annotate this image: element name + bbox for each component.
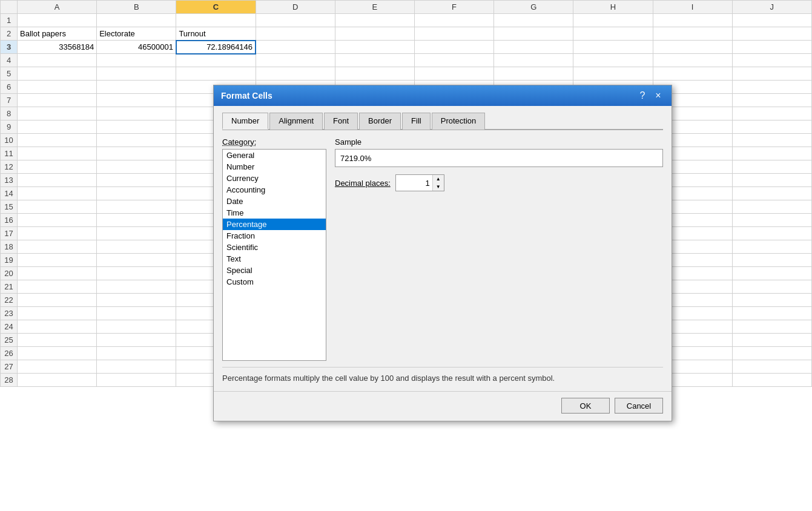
grid-cell[interactable] bbox=[573, 67, 653, 81]
grid-cell[interactable] bbox=[732, 160, 811, 174]
col-header-i[interactable]: I bbox=[653, 1, 732, 14]
grid-cell[interactable] bbox=[97, 107, 176, 120]
category-item-accounting[interactable]: Accounting bbox=[223, 184, 326, 196]
grid-cell[interactable] bbox=[18, 360, 97, 374]
grid-cell[interactable] bbox=[414, 67, 493, 81]
grid-cell[interactable] bbox=[732, 254, 811, 267]
grid-cell[interactable] bbox=[97, 294, 176, 307]
grid-cell[interactable] bbox=[18, 254, 97, 267]
grid-cell[interactable] bbox=[573, 41, 653, 54]
col-header-c[interactable]: C bbox=[176, 1, 256, 14]
grid-cell[interactable]: 33568184 bbox=[18, 41, 97, 54]
category-item-general[interactable]: General bbox=[223, 150, 326, 161]
help-button[interactable]: ? bbox=[636, 90, 649, 102]
grid-cell[interactable] bbox=[97, 134, 176, 147]
category-item-custom[interactable]: Custom bbox=[223, 276, 326, 288]
decimal-input[interactable] bbox=[396, 175, 432, 191]
grid-cell[interactable] bbox=[97, 240, 176, 254]
grid-cell[interactable] bbox=[573, 27, 653, 41]
grid-cell[interactable] bbox=[18, 320, 97, 334]
ok-button[interactable]: OK bbox=[561, 398, 610, 414]
grid-cell[interactable] bbox=[494, 41, 573, 54]
grid-cell[interactable] bbox=[18, 227, 97, 240]
grid-cell[interactable] bbox=[732, 107, 811, 120]
grid-cell[interactable] bbox=[732, 360, 811, 374]
grid-cell[interactable] bbox=[256, 67, 335, 81]
grid-cell[interactable] bbox=[653, 14, 732, 27]
grid-cell[interactable] bbox=[18, 374, 97, 387]
grid-cell[interactable] bbox=[18, 187, 97, 200]
grid-cell[interactable] bbox=[335, 14, 414, 27]
grid-cell[interactable] bbox=[97, 187, 176, 200]
grid-cell[interactable] bbox=[18, 334, 97, 347]
grid-cell[interactable] bbox=[494, 27, 573, 41]
grid-cell[interactable] bbox=[732, 294, 811, 307]
col-header-g[interactable]: G bbox=[494, 1, 573, 14]
grid-cell[interactable] bbox=[414, 14, 493, 27]
grid-cell[interactable] bbox=[573, 14, 653, 27]
category-item-time[interactable]: Time bbox=[223, 207, 326, 219]
grid-cell[interactable] bbox=[18, 107, 97, 120]
category-item-text[interactable]: Text bbox=[223, 253, 326, 265]
cancel-button[interactable]: Cancel bbox=[615, 398, 663, 414]
grid-cell[interactable] bbox=[732, 307, 811, 320]
grid-cell[interactable] bbox=[494, 67, 573, 81]
col-header-d[interactable]: D bbox=[256, 1, 335, 14]
category-item-fraction[interactable]: Fraction bbox=[223, 230, 326, 242]
grid-cell[interactable] bbox=[732, 41, 811, 54]
grid-cell[interactable] bbox=[18, 94, 97, 107]
grid-cell[interactable] bbox=[18, 147, 97, 160]
grid-cell[interactable] bbox=[335, 27, 414, 41]
grid-cell[interactable] bbox=[18, 240, 97, 254]
grid-cell[interactable] bbox=[18, 294, 97, 307]
grid-cell[interactable] bbox=[335, 41, 414, 54]
grid-cell[interactable] bbox=[732, 81, 811, 94]
tab-number[interactable]: Number bbox=[222, 113, 268, 130]
grid-cell[interactable] bbox=[732, 147, 811, 160]
grid-cell[interactable] bbox=[97, 120, 176, 134]
grid-cell[interactable] bbox=[732, 227, 811, 240]
category-item-date[interactable]: Date bbox=[223, 196, 326, 207]
grid-cell[interactable] bbox=[732, 374, 811, 387]
grid-cell[interactable] bbox=[18, 280, 97, 294]
grid-cell[interactable] bbox=[732, 174, 811, 187]
grid-cell[interactable] bbox=[732, 267, 811, 280]
tab-protection[interactable]: Protection bbox=[432, 113, 486, 130]
grid-cell[interactable] bbox=[97, 267, 176, 280]
grid-cell[interactable] bbox=[732, 320, 811, 334]
grid-cell[interactable] bbox=[18, 120, 97, 134]
grid-cell[interactable]: 72.18964146 bbox=[176, 41, 256, 54]
grid-cell[interactable] bbox=[732, 334, 811, 347]
grid-cell[interactable] bbox=[732, 214, 811, 227]
grid-cell[interactable] bbox=[18, 160, 97, 174]
grid-cell[interactable]: Turnout bbox=[176, 27, 256, 41]
grid-cell[interactable] bbox=[732, 240, 811, 254]
tab-border[interactable]: Border bbox=[359, 113, 401, 130]
tab-alignment[interactable]: Alignment bbox=[269, 113, 323, 130]
grid-cell[interactable] bbox=[414, 41, 493, 54]
grid-cell[interactable] bbox=[97, 54, 176, 67]
grid-cell[interactable] bbox=[732, 187, 811, 200]
grid-cell[interactable] bbox=[97, 227, 176, 240]
grid-cell[interactable] bbox=[18, 54, 97, 67]
tab-fill[interactable]: Fill bbox=[402, 113, 431, 130]
grid-cell[interactable]: Electorate bbox=[97, 27, 176, 41]
grid-cell[interactable] bbox=[732, 200, 811, 214]
close-button[interactable]: × bbox=[652, 90, 664, 102]
category-item-percentage[interactable]: Percentage bbox=[223, 219, 326, 230]
grid-cell[interactable] bbox=[18, 214, 97, 227]
grid-cell[interactable] bbox=[18, 67, 97, 81]
grid-cell[interactable] bbox=[335, 67, 414, 81]
grid-cell[interactable]: Ballot papers bbox=[18, 27, 97, 41]
col-header-f[interactable]: F bbox=[414, 1, 493, 14]
col-header-j[interactable]: J bbox=[732, 1, 811, 14]
grid-cell[interactable] bbox=[97, 307, 176, 320]
grid-cell[interactable] bbox=[18, 174, 97, 187]
category-list[interactable]: GeneralNumberCurrencyAccountingDateTimeP… bbox=[222, 149, 326, 361]
grid-cell[interactable] bbox=[97, 374, 176, 387]
grid-cell[interactable] bbox=[97, 147, 176, 160]
grid-cell[interactable] bbox=[18, 267, 97, 280]
grid-cell[interactable] bbox=[732, 14, 811, 27]
grid-cell[interactable] bbox=[176, 54, 256, 67]
grid-cell[interactable] bbox=[97, 14, 176, 27]
